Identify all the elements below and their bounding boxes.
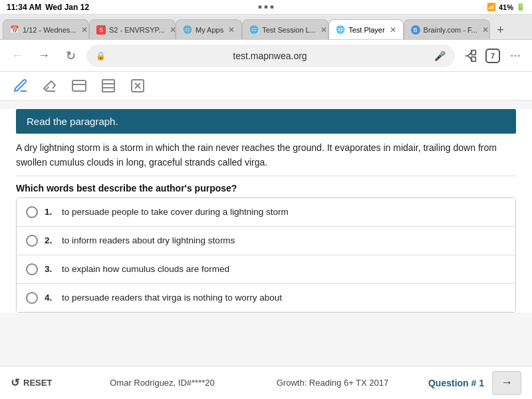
reset-icon: ↺	[11, 376, 19, 389]
radio-3[interactable]	[26, 263, 38, 275]
tab-4-favicon: 🌐	[249, 25, 259, 35]
tab-5-favicon: 🌐	[336, 25, 345, 35]
tab-4-label: Test Session L...	[262, 26, 316, 34]
tab-1-label: 1/12 - Wednes...	[23, 26, 76, 34]
tab-2-close[interactable]: ✕	[170, 25, 176, 35]
url-bar[interactable]: 🔒 test.mapnwea.org 🎤	[86, 45, 455, 67]
tab-6-favicon: B	[411, 25, 420, 35]
status-bar: 11:34 AM Wed Jan 12 📶 41% 🔋	[0, 0, 532, 15]
address-bar: ← → ↻ 🔒 test.mapnwea.org 🎤 7 ⋯	[0, 40, 532, 72]
tab-5[interactable]: 🌐 Test Player ✕	[329, 19, 403, 39]
url-text: test.mapnwea.org	[110, 51, 430, 61]
lock-icon: 🔒	[96, 51, 106, 61]
tab-2-favicon: S	[96, 25, 106, 35]
radio-2[interactable]	[26, 235, 38, 247]
lines-tool[interactable]	[98, 76, 118, 96]
tab-1-favicon: 📅	[10, 25, 19, 35]
reset-label: RESET	[23, 378, 52, 388]
new-tab-button[interactable]: +	[491, 21, 510, 39]
option-3[interactable]: 3. to explain how cumulus clouds are for…	[17, 255, 515, 284]
tab-1[interactable]: 📅 1/12 - Wednes... ✕	[3, 19, 89, 39]
refresh-button[interactable]: ↻	[60, 45, 81, 66]
tab-3-label: My Apps	[196, 26, 223, 34]
tab-bar: 📅 1/12 - Wednes... ✕ S S2 - ENVRSYP... ✕…	[0, 15, 532, 40]
tab-1-close[interactable]: ✕	[81, 25, 88, 35]
question-prompt: Which words best describe the author's p…	[16, 183, 516, 194]
status-day: Wed Jan 12	[45, 3, 89, 12]
tab-4[interactable]: 🌐 Test Session L... ✕	[242, 19, 329, 39]
toolbar	[0, 72, 532, 101]
svg-rect-2	[72, 80, 86, 91]
option-4-num: 4.	[45, 293, 55, 303]
content-area: Read the paragraph. A dry lightning stor…	[0, 109, 532, 313]
radio-4[interactable]	[26, 292, 38, 304]
tab-6-close[interactable]: ✕	[482, 25, 489, 35]
growth-info: Growth: Reading 6+ TX 2017	[247, 378, 418, 388]
tab-6-label: Brainly.com - F...	[424, 26, 477, 34]
option-3-text: to explain how cumulus clouds are formed	[62, 264, 506, 274]
tab-3-favicon: 🌐	[183, 25, 192, 35]
microphone-icon[interactable]: 🎤	[434, 51, 446, 61]
status-time: 11:34 AM	[7, 3, 41, 12]
option-2-text: to inform readers about dry lightning st…	[62, 235, 506, 245]
question-header: Read the paragraph.	[16, 109, 516, 134]
question-number: Question # 1	[418, 378, 484, 388]
tab-5-close[interactable]: ✕	[390, 25, 396, 35]
battery-icon: 🔋	[516, 3, 525, 11]
forward-button[interactable]: →	[33, 45, 55, 66]
cross-tool[interactable]	[128, 76, 148, 96]
svg-rect-4	[102, 80, 114, 92]
tab-count[interactable]: 7	[485, 49, 500, 63]
pencil-tool[interactable]	[11, 76, 31, 96]
option-1-text: to persuade people to take cover during …	[62, 207, 506, 217]
student-info: Omar Rodriguez, ID#****20	[77, 378, 247, 388]
highlight-tool[interactable]	[69, 76, 89, 96]
back-button[interactable]: ←	[7, 45, 28, 66]
option-1[interactable]: 1. to persuade people to take cover duri…	[17, 198, 515, 227]
tab-3[interactable]: 🌐 My Apps ✕	[176, 19, 242, 39]
eraser-tool[interactable]	[40, 76, 60, 96]
option-3-num: 3.	[45, 264, 55, 274]
battery-level: 41%	[499, 3, 513, 11]
option-2[interactable]: 2. to inform readers about dry lightning…	[17, 227, 515, 255]
answer-options: 1. to persuade people to take cover duri…	[16, 198, 516, 313]
radio-1[interactable]	[26, 206, 38, 218]
footer: ↺ RESET Omar Rodriguez, ID#****20 Growth…	[0, 366, 532, 399]
next-arrow-icon: →	[501, 376, 513, 390]
passage-text: A dry lightning storm is a storm in whic…	[16, 140, 516, 176]
next-button[interactable]: →	[492, 371, 521, 395]
option-4-text: to persuade readers that virga is nothin…	[62, 293, 506, 303]
tab-2[interactable]: S S2 - ENVRSYP... ✕	[89, 19, 176, 39]
share-icon[interactable]	[460, 46, 480, 66]
option-1-num: 1.	[45, 207, 55, 217]
tab-2-label: S2 - ENVRSYP...	[109, 26, 165, 34]
tab-3-close[interactable]: ✕	[228, 25, 235, 35]
tab-4-close[interactable]: ✕	[321, 25, 327, 35]
reset-button[interactable]: ↺ RESET	[11, 376, 77, 389]
option-4[interactable]: 4. to persuade readers that virga is not…	[17, 284, 515, 312]
tab-5-label: Test Player	[348, 26, 384, 34]
wifi-icon: 📶	[487, 3, 496, 11]
status-right: 📶 41% 🔋	[487, 3, 525, 11]
option-2-num: 2.	[45, 235, 55, 245]
tab-6[interactable]: B Brainly.com - F... ✕	[404, 19, 490, 39]
menu-icon[interactable]: ⋯	[505, 46, 525, 66]
